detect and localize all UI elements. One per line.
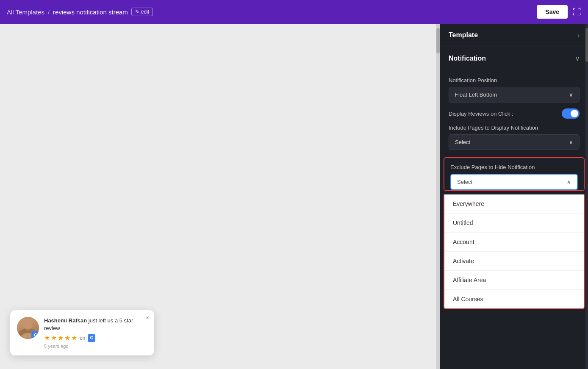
- panel-scroll-area[interactable]: Template › Notification ∨ Notification P…: [440, 24, 588, 369]
- option-label: All Courses: [453, 296, 483, 302]
- template-section-header[interactable]: Template ›: [440, 24, 588, 47]
- edit-badge[interactable]: ✎ edit: [131, 8, 153, 16]
- breadcrumb-separator: /: [48, 8, 50, 16]
- toggle-knob: [571, 110, 578, 117]
- dropdown-option-account[interactable]: Account: [444, 233, 584, 252]
- canvas-scrollbar[interactable]: [436, 24, 440, 369]
- include-pages-dropdown[interactable]: Select ∨: [449, 134, 580, 150]
- fullscreen-button[interactable]: ⛶: [573, 7, 581, 17]
- right-scrollbar-thumb: [585, 28, 588, 62]
- display-reviews-toggle-row: Display Reviews on Click :: [449, 108, 580, 119]
- dropdown-option-everywhere[interactable]: Everywhere: [444, 194, 584, 214]
- right-scrollbar[interactable]: [585, 24, 588, 369]
- display-reviews-label: Display Reviews on Click :: [449, 111, 513, 117]
- exclude-inner: Exclude Pages to Hide Notification Selec…: [444, 158, 584, 190]
- stream-name-label: reviews notification stream: [53, 8, 128, 16]
- right-panel: Template › Notification ∨ Notification P…: [440, 24, 588, 369]
- platform-badge-icon: G: [31, 331, 39, 339]
- notification-chevron-down-icon: ∨: [575, 55, 580, 62]
- svg-point-1: [24, 321, 32, 330]
- breadcrumb: All Templates / reviews notification str…: [7, 8, 153, 16]
- notification-section-header[interactable]: Notification ∨: [440, 47, 588, 70]
- dropdown-option-all-courses[interactable]: All Courses: [444, 290, 584, 308]
- all-templates-link[interactable]: All Templates: [7, 8, 44, 16]
- exclude-section: Exclude Pages to Hide Notification Selec…: [444, 157, 585, 191]
- notification-card: G Hashemi Rafsan just left us a 5 star r…: [10, 310, 154, 355]
- canvas-area: G Hashemi Rafsan just left us a 5 star r…: [0, 24, 440, 369]
- notification-settings: Notification Position Float Left Bottom …: [440, 70, 588, 157]
- reviewer-name: Hashemi Rafsan: [44, 317, 87, 324]
- star-rating: ★ ★ ★ ★ ★ on G: [44, 334, 147, 342]
- position-dropdown[interactable]: Float Left Bottom ∨: [449, 87, 580, 103]
- template-chevron-right-icon: ›: [577, 32, 580, 39]
- position-value: Float Left Bottom: [455, 92, 497, 98]
- avatar: G: [17, 317, 39, 339]
- position-label: Notification Position: [449, 77, 580, 83]
- exclude-pages-dropdown[interactable]: Select ∧: [450, 174, 578, 190]
- save-button[interactable]: Save: [537, 5, 568, 19]
- header: All Templates / reviews notification str…: [0, 0, 588, 24]
- dropdown-option-untitled[interactable]: Untitled: [444, 214, 584, 233]
- template-section-title: Template: [449, 31, 478, 39]
- header-actions: Save ⛶: [537, 5, 581, 19]
- notification-content: Hashemi Rafsan just left us a 5 star rev…: [44, 317, 147, 349]
- canvas-scrollbar-thumb: [436, 28, 440, 53]
- platform-icon: G: [88, 334, 95, 342]
- exclude-chevron-up-icon: ∧: [567, 179, 571, 185]
- dropdown-option-affiliate[interactable]: Affiliate Area: [444, 271, 584, 290]
- notification-text: Hashemi Rafsan just left us a 5 star rev…: [44, 317, 147, 332]
- option-label: Account: [453, 239, 474, 245]
- option-label: Affiliate Area: [453, 277, 486, 283]
- include-pages-label: Include Pages to Display Notification: [449, 125, 580, 131]
- option-label: Untitled: [453, 219, 473, 226]
- option-label: Everywhere: [453, 200, 484, 207]
- exclude-pages-label: Exclude Pages to Hide Notification: [450, 164, 578, 170]
- position-chevron-down-icon: ∨: [569, 92, 573, 98]
- exclude-dropdown-menu: Everywhere Untitled Account Activate Aff…: [444, 194, 585, 309]
- fullscreen-icon: ⛶: [573, 7, 581, 17]
- main-layout: G Hashemi Rafsan just left us a 5 star r…: [0, 24, 588, 369]
- display-reviews-toggle[interactable]: [562, 108, 580, 119]
- star-3: ★: [58, 334, 64, 342]
- include-pages-placeholder: Select: [455, 139, 470, 145]
- star-1: ★: [44, 334, 50, 342]
- option-label: Activate: [453, 258, 474, 264]
- star-2: ★: [51, 334, 57, 342]
- include-chevron-down-icon: ∨: [569, 139, 573, 145]
- notification-section-title: Notification: [449, 55, 486, 62]
- on-label: on: [80, 335, 85, 341]
- edit-label: edit: [141, 9, 149, 15]
- notification-time: 5 years ago: [44, 344, 147, 349]
- close-button[interactable]: ×: [146, 314, 149, 321]
- exclude-placeholder: Select: [457, 179, 472, 185]
- dropdown-option-activate[interactable]: Activate: [444, 252, 584, 271]
- edit-icon: ✎: [135, 9, 139, 15]
- star-5: ★: [71, 334, 77, 342]
- star-4: ★: [64, 334, 70, 342]
